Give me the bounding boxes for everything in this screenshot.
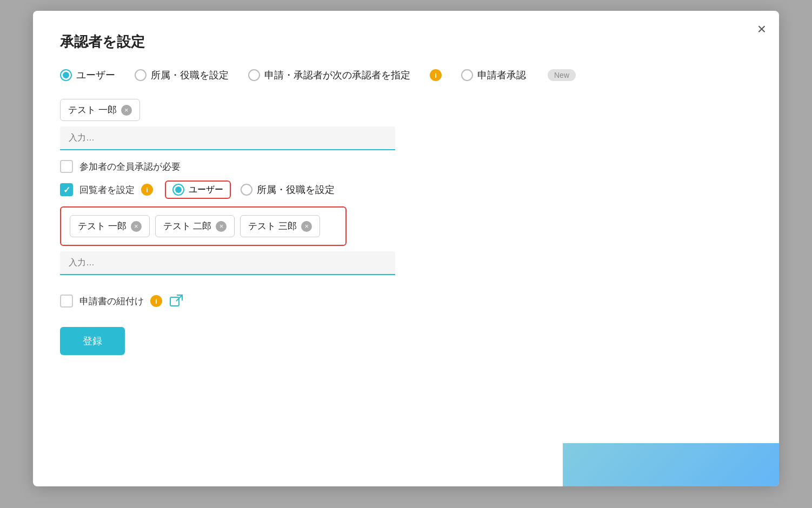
attachment-checkbox[interactable]	[60, 295, 73, 308]
radio-applicant[interactable]: 申請者承認	[461, 69, 526, 82]
info-icon-reviewer: i	[141, 184, 153, 196]
all-approval-row: 参加者の全員承認が必要	[60, 160, 752, 173]
reviewer-set-row: 回覧者を設定 i ユーザー 所属・役職を設定	[60, 181, 752, 199]
radio-circle-applicant	[461, 69, 473, 81]
svg-rect-0	[170, 297, 179, 306]
attachment-label: 申請書の紐付け	[79, 295, 144, 308]
reviewer-tag-jiro-remove[interactable]: ×	[216, 221, 227, 232]
reviewer-tag-jiro-label: テスト 二郎	[163, 220, 212, 232]
reviewer-radio-dept[interactable]: 所属・役職を設定	[241, 183, 335, 196]
radio-circle-user	[60, 69, 72, 81]
reviewer-section: 回覧者を設定 i ユーザー 所属・役職を設定 テスト 一郎	[60, 181, 752, 285]
new-badge: New	[548, 69, 576, 81]
radio-user[interactable]: ユーザー	[60, 69, 115, 82]
reviewer-tag-saburo-remove[interactable]: ×	[301, 221, 312, 232]
reviewer-radio-circle-user	[172, 184, 184, 196]
approver-tag-ichiro: テスト 一郎 ×	[60, 99, 140, 121]
all-approval-label: 参加者の全員承認が必要	[79, 161, 181, 173]
radio-next[interactable]: 申請・承認者が次の承認者を指定	[248, 69, 410, 82]
register-button[interactable]: 登録	[60, 327, 125, 355]
close-button[interactable]: ×	[757, 22, 766, 37]
reviewer-tag-ichiro: テスト 一郎 ×	[70, 215, 150, 237]
external-link-icon[interactable]	[169, 293, 184, 309]
radio-user-label: ユーザー	[76, 69, 115, 82]
reviewer-tag-saburo-label: テスト 三郎	[248, 220, 297, 232]
reviewer-tag-saburo: テスト 三郎 ×	[240, 215, 320, 237]
attachment-row: 申請書の紐付け i	[60, 293, 752, 309]
decorative-bg	[563, 443, 779, 486]
approver-input[interactable]	[60, 126, 395, 150]
radio-next-label: 申請・承認者が次の承認者を指定	[264, 69, 410, 82]
reviewer-input[interactable]	[60, 251, 395, 275]
reviewer-user-radio-highlighted[interactable]: ユーザー	[165, 181, 231, 199]
approver-tag-ichiro-label: テスト 一郎	[68, 104, 117, 116]
reviewer-radio-user-label: ユーザー	[189, 184, 223, 196]
modal-overlay: × 承認者を設定 ユーザー 所属・役職を設定 申請・承認者が次の承認者を指定 i	[0, 0, 812, 508]
reviewer-tag-jiro: テスト 二郎 ×	[155, 215, 235, 237]
reviewer-checkbox[interactable]	[60, 183, 73, 196]
reviewer-tags-area: テスト 一郎 × テスト 二郎 × テスト 三郎 ×	[60, 206, 347, 246]
radio-circle-next	[248, 69, 260, 81]
reviewer-radio-dept-label: 所属・役職を設定	[257, 183, 335, 196]
radio-dept-label: 所属・役職を設定	[151, 69, 229, 82]
info-icon-attachment: i	[150, 295, 162, 307]
radio-applicant-label: 申請者承認	[477, 69, 526, 82]
info-icon-applicant: i	[430, 69, 442, 81]
reviewer-radio-circle-dept	[241, 184, 252, 196]
modal-dialog: × 承認者を設定 ユーザー 所属・役職を設定 申請・承認者が次の承認者を指定 i	[33, 11, 779, 486]
modal-title: 承認者を設定	[60, 32, 752, 51]
radio-circle-dept	[135, 69, 147, 81]
approver-tag-container: テスト 一郎 ×	[60, 99, 752, 121]
approver-type-radio-group: ユーザー 所属・役職を設定 申請・承認者が次の承認者を指定 i 申請者承認 Ne…	[60, 69, 752, 82]
reviewer-tag-ichiro-remove[interactable]: ×	[131, 221, 142, 232]
all-approval-checkbox[interactable]	[60, 160, 73, 173]
approver-tag-ichiro-remove[interactable]: ×	[121, 105, 132, 116]
radio-dept[interactable]: 所属・役職を設定	[135, 69, 229, 82]
reviewer-set-label: 回覧者を設定	[79, 184, 135, 196]
reviewer-tag-ichiro-label: テスト 一郎	[78, 220, 127, 232]
